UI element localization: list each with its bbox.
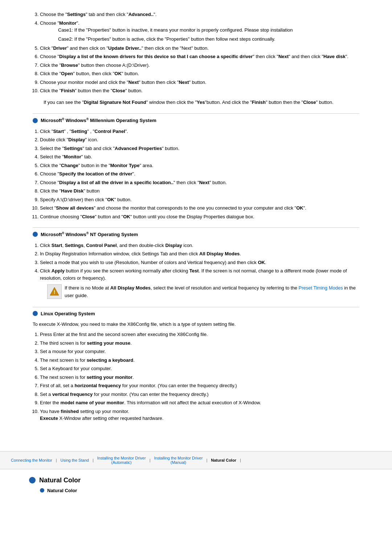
linux-step-4: The next screen is for selecting a keybo…: [40, 357, 359, 364]
mil-step-10: Select "Show all devices" and choose the…: [40, 204, 359, 212]
case1-text: Case1: If the "Properties" button is ina…: [58, 27, 359, 34]
linux-step-2: The third screen is for setting your mou…: [40, 340, 359, 347]
nav-installing-auto[interactable]: Installing the Monitor Driver(Automatic): [94, 454, 150, 466]
linux-title: Linux Operating System: [41, 311, 95, 316]
mil-step-8: Click the "Have Disk" button: [40, 187, 359, 195]
nt-section: Microsoft® Windows® NT Operating System …: [33, 227, 359, 299]
nav-installing-manual[interactable]: Installing the Monitor Driver(Manual): [150, 454, 206, 466]
nt-step-2: In Display Registration Information wind…: [40, 250, 359, 258]
nt-title: Microsoft® Windows® NT Operating System: [41, 231, 138, 237]
natural-color-sub-icon: [40, 488, 44, 493]
linux-step-10: You have finished setting up your monito…: [40, 408, 359, 422]
natural-color-main-icon: [29, 477, 36, 483]
step-4: Choose "Monitor". Case1: If the "Propert…: [40, 20, 359, 43]
step-3: Choose the "Settings" tab and then click…: [40, 11, 359, 18]
bottom-nav: Connecting the Monitor | Using the Stand…: [0, 451, 392, 469]
natural-color-sub-item: Natural Color: [40, 488, 363, 493]
linux-step-5: Set a Keyboard for your computer.: [40, 365, 359, 372]
warning-box: ! If there is no Mode at All Display Mod…: [47, 284, 359, 300]
mil-step-2: Double click "Display" icon.: [40, 136, 359, 143]
nt-icon: [33, 232, 38, 237]
warning-icon: !: [47, 284, 62, 299]
bottom-section: Natural Color Natural Color: [0, 469, 392, 501]
millennium-title: Microsoft® Windows® Millennium Operating…: [41, 117, 156, 123]
mil-step-4: Select the "Monitor" tab.: [40, 153, 359, 161]
nt-step-4: Click Apply button if you see the screen…: [40, 267, 359, 300]
warning-text: If there is no Mode at All Display Modes…: [65, 284, 359, 300]
linux-icon: [33, 311, 38, 316]
steps-top-section: Choose the "Settings" tab and then click…: [33, 11, 359, 106]
linux-step-1: Press Enter at the first and the second …: [40, 331, 359, 338]
linux-step-8: Set a vertical frequency for your monito…: [40, 391, 359, 398]
step-5: Click "Driver" and then click on "Update…: [40, 45, 359, 52]
mil-step-6: Choose "Specify the location of the driv…: [40, 170, 359, 178]
nt-header: Microsoft® Windows® NT Operating System: [33, 227, 359, 237]
mil-step-11: Continue choosing "Close" button and "OK…: [40, 213, 359, 220]
mil-step-9: Specify A:\(D:\driver) then click "OK" b…: [40, 196, 359, 203]
mil-step-1: Click "Start" , "Setting" , "Control Pan…: [40, 128, 359, 135]
mil-step-5: Click the "Change" button in the "Monito…: [40, 162, 359, 169]
natural-color-sub-label: Natural Color: [47, 488, 77, 493]
mil-step-7: Choose "Display a list of all the driver…: [40, 179, 359, 186]
nav-connecting[interactable]: Connecting the Monitor: [7, 457, 56, 464]
nav-sep-5: |: [240, 458, 241, 462]
nav-using-stand[interactable]: Using the Stand: [57, 457, 93, 464]
nt-step-3: Select a mode that you wish to use (Reso…: [40, 259, 359, 266]
mil-step-3: Select the "Settings" tab and click "Adv…: [40, 145, 359, 152]
linux-step-7: First of all, set a horizontal frequency…: [40, 382, 359, 389]
svg-text:!: !: [54, 289, 56, 295]
step-7: Click the "Browse" button then choose A:…: [40, 62, 359, 69]
case2-text: Case2: If the "Properties" button is act…: [58, 36, 359, 43]
millennium-section: Microsoft® Windows® Millennium Operating…: [33, 113, 359, 220]
natural-color-header: Natural Color: [29, 477, 363, 484]
nt-step-1: Click Start, Settings, Control Panel, an…: [40, 242, 359, 249]
natural-color-main-title: Natural Color: [39, 477, 81, 484]
nav-natural-color[interactable]: Natural Color: [207, 457, 240, 464]
linux-step-9: Enter the model name of your monitor. Th…: [40, 399, 359, 406]
millennium-header: Microsoft® Windows® Millennium Operating…: [33, 113, 359, 123]
step-8: Click the "Open" button, then click "OK"…: [40, 70, 359, 77]
step-6: Choose "Display a list of the known driv…: [40, 53, 359, 60]
millennium-icon: [33, 118, 38, 123]
preset-timing-link[interactable]: Preset Timing Modes: [299, 285, 343, 291]
step-9: Choose your monitor model and click the …: [40, 79, 359, 86]
linux-step-3: Set a mouse for your computer.: [40, 348, 359, 355]
step-10: Click the "Finish" button then the "Clos…: [40, 87, 359, 94]
linux-intro: To execute X-Window, you need to make th…: [33, 321, 359, 328]
linux-step-6: The next screen is for setting your moni…: [40, 374, 359, 381]
note-box: If you can see the "Digital Signature No…: [44, 99, 359, 106]
linux-header: Linux Operating System: [33, 307, 359, 316]
linux-section: Linux Operating System To execute X-Wind…: [33, 307, 359, 422]
